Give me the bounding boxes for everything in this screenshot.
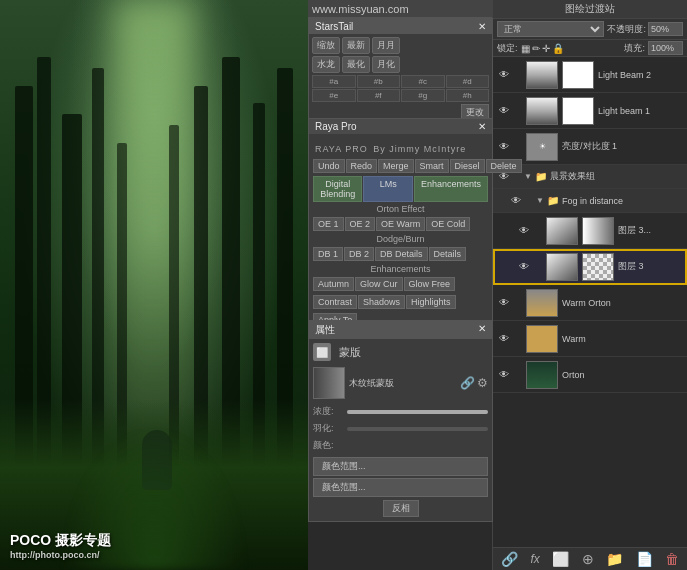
group-triangle-1[interactable]: ▼ [524, 172, 532, 181]
db1-button[interactable]: DB 1 [313, 247, 343, 261]
contrast-button[interactable]: Contrast [313, 295, 357, 309]
layer-item-brightness[interactable]: 👁 ☀ 亮度/对比度 1 [493, 129, 687, 165]
lock-transparent-icon[interactable]: ▦ [521, 43, 530, 54]
mask-button[interactable]: ⬜ [550, 551, 571, 567]
details-button[interactable]: Details [429, 247, 467, 261]
delete-button[interactable]: Delete [486, 159, 522, 173]
oe1-button[interactable]: OE 1 [313, 217, 344, 231]
lock-move-icon[interactable]: ✛ [542, 43, 550, 54]
layer-thumb-6 [526, 289, 558, 317]
layer-thumb-7 [526, 325, 558, 353]
stars-action-2[interactable]: 最化 [342, 56, 370, 73]
raya-panel: Raya Pro ✕ RAYA PRO By Jimmy McIntyre Un… [308, 118, 493, 330]
layer-info-3: 亮度/对比度 1 [562, 140, 683, 153]
glow-free-button[interactable]: Glow Free [404, 277, 456, 291]
blend-mode-select[interactable]: 正常 [497, 21, 604, 37]
layer-thumb-3: ☀ [526, 133, 558, 161]
layer-info-8: Orton [562, 370, 683, 380]
eye-icon-2[interactable]: 👁 [497, 104, 511, 118]
layer-item-orton[interactable]: 👁 Orton [493, 357, 687, 393]
mask-options-icon[interactable]: ⚙ [477, 376, 488, 390]
merge-button[interactable]: Merge [378, 159, 414, 173]
opacity-input[interactable] [648, 22, 683, 36]
highlights-button[interactable]: Highlights [406, 295, 456, 309]
group-folder-icon-2: 📁 [547, 195, 559, 206]
stars-tab-1[interactable]: 缩放 [312, 37, 340, 54]
close-button[interactable]: 反相 [383, 500, 419, 517]
layer-mask-5 [582, 253, 614, 281]
raya-close-icon[interactable]: ✕ [478, 121, 486, 132]
layer-name-5: 图层 3 [618, 260, 683, 273]
smart-button[interactable]: Smart [415, 159, 449, 173]
group-name-1: 晨景效果组 [550, 170, 595, 183]
opacity-label: 不透明度: [607, 23, 646, 36]
props-title: 属性 [315, 323, 335, 337]
redo-button[interactable]: Redo [346, 159, 378, 173]
stars-cell-5: #e [312, 89, 356, 102]
oe2-button[interactable]: OE 2 [345, 217, 376, 231]
db2-button[interactable]: DB 2 [344, 247, 374, 261]
stars-action-3[interactable]: 月化 [372, 56, 400, 73]
mask-link-icon[interactable]: 🔗 [460, 376, 475, 390]
link-button[interactable]: 🔗 [499, 551, 520, 567]
layer-info-4: 图层 3... [618, 224, 683, 237]
color-range-button[interactable]: 颜色范围... [313, 457, 488, 476]
lock-label: 锁定: [497, 42, 518, 55]
layer-item-warm[interactable]: 👁 Warm [493, 321, 687, 357]
layer-item-layer3a[interactable]: 👁 图层 3... [493, 213, 687, 249]
eye-icon-5[interactable]: 👁 [517, 260, 531, 274]
eye-icon-8[interactable]: 👁 [497, 368, 511, 382]
db-details-button[interactable]: DB Details [375, 247, 428, 261]
eye-icon-3[interactable]: 👁 [497, 140, 511, 154]
density-label: 浓度: [313, 405, 343, 418]
lock-brush-icon[interactable]: ✏ [532, 43, 540, 54]
enhancements-button[interactable]: Enhancements [414, 176, 488, 202]
adjustment-button[interactable]: ⊕ [580, 551, 596, 567]
stars-cell-3: #c [401, 75, 445, 88]
layers-panel: 图绘过渡站 正常 不透明度: 锁定: ▦ ✏ ✛ 🔒 填充: 👁 Light B [492, 0, 687, 570]
stars-tab-2[interactable]: 最新 [342, 37, 370, 54]
glow-cur-button[interactable]: Glow Cur [355, 277, 403, 291]
group-button[interactable]: 📁 [604, 551, 625, 567]
props-close-icon[interactable]: ✕ [478, 323, 486, 337]
stars-close-icon[interactable]: ✕ [478, 21, 486, 32]
eye-icon-g2[interactable]: 👁 [509, 194, 523, 208]
group-header-morning[interactable]: 👁 ▼ 📁 晨景效果组 [493, 165, 687, 189]
mask-preview [313, 367, 345, 399]
autumn-button[interactable]: Autumn [313, 277, 354, 291]
undo-button[interactable]: Undo [313, 159, 345, 173]
layer-info-6: Warm Orton [562, 298, 683, 308]
lms-button[interactable]: LMs [363, 176, 412, 202]
invert-button[interactable]: 颜色范围... [313, 478, 488, 497]
fx-button[interactable]: fx [528, 552, 541, 566]
layer-name-3: 亮度/对比度 1 [562, 140, 683, 153]
lock-all-icon[interactable]: 🔒 [552, 43, 564, 54]
stars-action-1[interactable]: 水龙 [312, 56, 340, 73]
layer-item-warm-orton[interactable]: 👁 Warm Orton [493, 285, 687, 321]
diesel-button[interactable]: Diesel [450, 159, 485, 173]
eye-icon-7[interactable]: 👁 [497, 332, 511, 346]
oe-warm-button[interactable]: OE Warm [376, 217, 425, 231]
shadows-button[interactable]: Shadows [358, 295, 405, 309]
layer-name-6: Warm Orton [562, 298, 683, 308]
layer-item-light-beam-2[interactable]: 👁 Light Beam 2 [493, 57, 687, 93]
group-triangle-2[interactable]: ▼ [536, 196, 544, 205]
eye-icon-1[interactable]: 👁 [497, 68, 511, 82]
stars-cell-7: #g [401, 89, 445, 102]
layer-name-1: Light Beam 2 [598, 70, 683, 80]
delete-layer-button[interactable]: 🗑 [663, 551, 681, 567]
fill-input[interactable] [648, 41, 683, 55]
eye-icon-4[interactable]: 👁 [517, 224, 531, 238]
layer-mask-2 [562, 97, 594, 125]
stars-tab-3[interactable]: 月月 [372, 37, 400, 54]
eye-icon-6[interactable]: 👁 [497, 296, 511, 310]
oe-cold-button[interactable]: OE Cold [426, 217, 470, 231]
group-header-fog[interactable]: 👁 ▼ 📁 Fog in distance [493, 189, 687, 213]
layer-item-light-beam-1[interactable]: 👁 Light beam 1 [493, 93, 687, 129]
digital-blending-button[interactable]: Digital Blending [313, 176, 362, 202]
density-slider[interactable] [347, 410, 488, 414]
new-layer-button[interactable]: 📄 [634, 551, 655, 567]
properties-panel: 属性 ✕ ⬜ 蒙版 木纹纸蒙版 🔗 ⚙ 浓度: 羽化: [308, 320, 493, 522]
layer-item-layer3b[interactable]: 👁 图层 3 [493, 249, 687, 285]
feather-slider[interactable] [347, 427, 488, 431]
